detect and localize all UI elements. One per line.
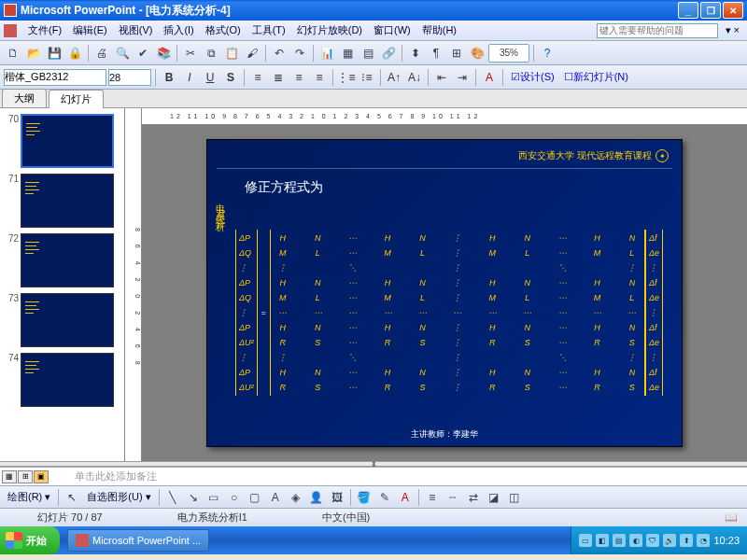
hyperlink-icon[interactable]: 🔗 (379, 44, 398, 63)
increase-font-icon[interactable]: A↑ (385, 68, 403, 87)
menu-item[interactable]: 格式(O) (200, 21, 247, 39)
show-formatting-icon[interactable]: ¶ (427, 44, 445, 63)
tray-icon[interactable]: ▤ (613, 534, 626, 547)
table-icon[interactable]: ▦ (338, 44, 357, 63)
italic-button[interactable]: I (180, 68, 199, 87)
diagram-icon[interactable]: ◈ (287, 488, 305, 507)
minimize-button[interactable]: _ (678, 2, 698, 19)
undo-icon[interactable]: ↶ (270, 44, 289, 63)
menu-item[interactable]: 工具(T) (247, 21, 291, 39)
menu-item[interactable]: 帮助(H) (416, 21, 462, 39)
increase-indent-icon[interactable]: ⇥ (453, 68, 472, 87)
menu-item[interactable]: 文件(F) (22, 21, 67, 39)
align-right-icon[interactable]: ≡ (289, 68, 308, 87)
oval-icon[interactable]: ○ (225, 488, 244, 507)
help-search-input[interactable] (597, 23, 718, 38)
underline-button[interactable]: U (201, 68, 219, 87)
tray-icon[interactable]: ◔ (697, 534, 710, 547)
maximize-button[interactable]: ❐ (700, 2, 721, 19)
align-justify-icon[interactable]: ≡ (310, 68, 329, 87)
print-icon[interactable]: 🖨 (92, 44, 111, 63)
font-color-icon[interactable]: A (480, 68, 499, 87)
tables-borders-icon[interactable]: ▤ (359, 44, 377, 63)
bullets-icon[interactable]: ⁝≡ (358, 68, 376, 87)
tab-slides[interactable]: 幻灯片 (49, 90, 104, 108)
slideshow-button[interactable]: ▣ (34, 470, 49, 483)
expand-icon[interactable]: ⬍ (406, 44, 425, 63)
redo-icon[interactable]: ↷ (290, 44, 309, 63)
shadow-button[interactable]: S (221, 68, 240, 87)
system-tray[interactable]: ▭ ◧ ▤ ◐ 🛡 🔊 ⬆ ◔ 10:23 (571, 526, 747, 554)
decrease-indent-icon[interactable]: ⇤ (432, 68, 451, 87)
new-slide-button[interactable]: ☐新幻灯片(N) (560, 70, 632, 84)
chart-icon[interactable]: 📊 (317, 44, 336, 63)
menu-item[interactable]: 窗口(W) (368, 21, 416, 39)
numbering-icon[interactable]: ⋮≡ (337, 68, 356, 87)
rectangle-icon[interactable]: ▭ (204, 488, 223, 507)
close-button[interactable]: ✕ (723, 2, 743, 19)
copy-icon[interactable]: ⧉ (202, 44, 220, 63)
slide-thumbnail[interactable]: 74▬▬▬▬▬▬▬▬▬▬▬▬▬▬▬▬▬ (4, 353, 120, 407)
3d-style-icon[interactable]: ◫ (505, 488, 524, 507)
slide-thumbnail[interactable]: 72▬▬▬▬▬▬▬▬▬▬▬▬▬▬▬▬▬ (4, 233, 120, 287)
save-icon[interactable]: 💾 (45, 44, 63, 63)
picture-icon[interactable]: 🖼 (328, 488, 346, 507)
research-icon[interactable]: 📚 (154, 44, 173, 63)
autoshapes-menu[interactable]: 自选图形(U) ▾ (83, 490, 154, 504)
menu-item[interactable]: 视图(V) (113, 21, 159, 39)
help-icon[interactable]: ? (538, 44, 557, 63)
zoom-select[interactable]: 35% (488, 44, 529, 63)
tray-icon[interactable]: ◐ (629, 534, 642, 547)
font-select[interactable] (4, 69, 106, 86)
paste-icon[interactable]: 📋 (222, 44, 241, 63)
line-color-icon[interactable]: ✎ (375, 488, 394, 507)
slide-canvas[interactable]: 西安交通大学 现代远程教育课程✦ 电力系统分析 修正方程式为 ΔPΔQ⋮ΔPΔQ… (206, 139, 683, 447)
preview-icon[interactable]: 🔍 (113, 44, 132, 63)
tray-icon[interactable]: 🛡 (646, 534, 659, 547)
menu-item[interactable]: 插入(I) (158, 21, 199, 39)
slide-thumbnail[interactable]: 70▬▬▬▬▬▬▬▬▬▬▬▬▬▬▬▬▬ (4, 114, 120, 168)
font-size-select[interactable] (108, 69, 151, 86)
permission-icon[interactable]: 🔒 (65, 44, 84, 63)
normal-view-button[interactable]: ▦ (2, 470, 17, 483)
bold-button[interactable]: B (160, 68, 178, 87)
thumbnail-pane[interactable]: 70▬▬▬▬▬▬▬▬▬▬▬▬▬▬▬▬▬71▬▬▬▬▬▬▬▬▬▬▬▬▬▬▬▬▬72… (0, 108, 125, 461)
align-left-icon[interactable]: ≡ (248, 68, 267, 87)
line-style-icon[interactable]: ≡ (423, 488, 442, 507)
decrease-font-icon[interactable]: A↓ (405, 68, 424, 87)
tray-icon[interactable]: ▭ (579, 534, 592, 547)
spell-icon[interactable]: ✔ (134, 44, 152, 63)
format-painter-icon[interactable]: 🖌 (243, 44, 261, 63)
clipart-icon[interactable]: 👤 (307, 488, 326, 507)
tray-icon[interactable]: ⬆ (680, 534, 693, 547)
tray-icon[interactable]: ◧ (596, 534, 609, 547)
tab-outline[interactable]: 大纲 (2, 89, 47, 107)
line-icon[interactable]: ╲ (163, 488, 182, 507)
slide-thumbnail[interactable]: 73▬▬▬▬▬▬▬▬▬▬▬▬▬▬▬▬▬ (4, 293, 120, 347)
slide-thumbnail[interactable]: 71▬▬▬▬▬▬▬▬▬▬▬▬▬▬▬▬▬ (4, 174, 120, 228)
align-center-icon[interactable]: ≣ (269, 68, 288, 87)
grid-icon[interactable]: ⊞ (447, 44, 466, 63)
textbox-icon[interactable]: ▢ (246, 488, 264, 507)
cut-icon[interactable]: ✂ (181, 44, 200, 63)
select-icon[interactable]: ↖ (63, 488, 81, 507)
font-color-icon-2[interactable]: A (396, 488, 415, 507)
design-button[interactable]: ☑设计(S) (507, 70, 558, 84)
notes-input[interactable]: 单击此处添加备注 (56, 469, 747, 483)
draw-menu[interactable]: 绘图(R) ▾ (4, 490, 54, 504)
wordart-icon[interactable]: A (266, 488, 285, 507)
open-icon[interactable]: 📂 (24, 44, 43, 63)
start-button[interactable]: 开始 (0, 526, 60, 554)
arrow-icon[interactable]: ↘ (184, 488, 203, 507)
new-icon[interactable]: 🗋 (4, 44, 22, 63)
color-icon[interactable]: 🎨 (468, 44, 486, 63)
arrow-style-icon[interactable]: ⇄ (464, 488, 483, 507)
sorter-view-button[interactable]: ⊞ (18, 470, 33, 483)
dash-style-icon[interactable]: ┄ (444, 488, 462, 507)
taskbar-app-powerpoint[interactable]: Microsoft PowerPoint ... (67, 529, 209, 552)
menu-item[interactable]: 编辑(E) (67, 21, 113, 39)
fill-color-icon[interactable]: 🪣 (355, 488, 374, 507)
menu-item[interactable]: 幻灯片放映(D) (291, 21, 368, 39)
tray-icon[interactable]: 🔊 (663, 534, 676, 547)
menu-more[interactable]: ▾ × (722, 24, 743, 36)
